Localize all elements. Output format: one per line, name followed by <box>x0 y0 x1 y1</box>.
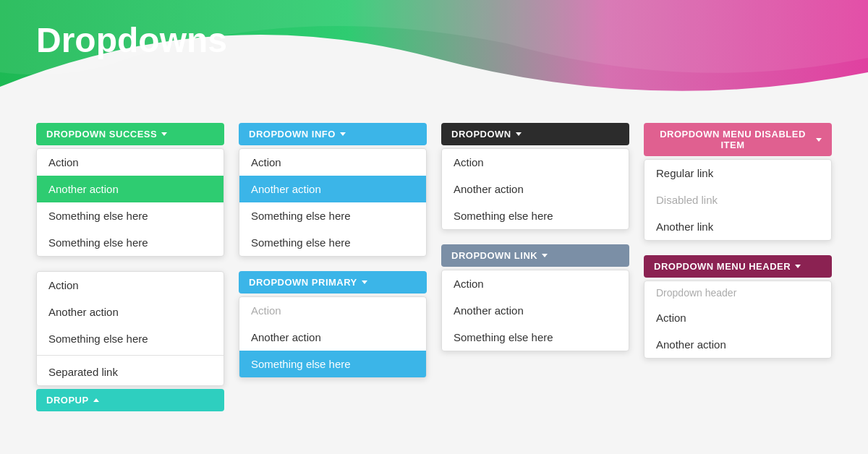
dropdown-header-menu: Dropdown headerActionAnother action <box>644 280 832 359</box>
dropdown-info-button[interactable]: DROPDOWN INFO <box>239 123 427 145</box>
dropdown-item-0[interactable]: Action <box>442 270 629 297</box>
dropdown-item-2[interactable]: Something else here <box>239 351 426 377</box>
dropdown-wrapper-dropdown-primary: DROPDOWN PRIMARYActionAnother actionSome… <box>239 271 427 378</box>
dropdown-wrapper-dropdown-dark: DROPDOWNActionAnother actionSomething el… <box>441 123 629 230</box>
dropdown-item-2[interactable]: Something else here <box>239 202 426 229</box>
dropup-button[interactable]: DROPUP <box>36 389 224 411</box>
column-col1: DROPDOWN SUCCESSActionAnother actionSome… <box>29 123 231 454</box>
page-title: Dropdowns <box>36 20 227 60</box>
column-col3: DROPDOWNActionAnother actionSomething el… <box>434 123 637 454</box>
dropdown-success-button[interactable]: DROPDOWN SUCCESS <box>36 123 224 145</box>
dropdown-link-button[interactable]: DROPDOWN LINK <box>441 244 629 267</box>
dropdown-item-0[interactable]: Action <box>442 149 629 176</box>
caret-down-icon <box>340 132 346 136</box>
caret-up-icon <box>93 398 99 402</box>
dropdown-item-0[interactable]: Regular link <box>644 160 831 187</box>
caret-down-icon <box>542 254 548 257</box>
dropdown-item-0[interactable]: Action <box>37 272 224 299</box>
dropdown-disabled-button[interactable]: DROPDOWN MENU DISABLED ITEM <box>644 123 832 156</box>
content-area: DROPDOWN SUCCESSActionAnother actionSome… <box>0 123 868 454</box>
dropdown-item-1: Disabled link <box>644 187 831 213</box>
dropdown-item-2[interactable]: Something else here <box>442 324 629 351</box>
dropdown-success-label: DROPDOWN SUCCESS <box>46 129 157 140</box>
dropdown-info-menu: ActionAnother actionSomething else hereS… <box>239 148 427 257</box>
caret-down-icon <box>816 138 822 142</box>
dropdown-wrapper-dropdown-info: DROPDOWN INFOActionAnother actionSomethi… <box>239 123 427 257</box>
dropdown-item-2[interactable]: Another link <box>644 213 831 240</box>
dropdown-dark-button[interactable]: DROPDOWN <box>441 123 629 145</box>
dropdown-info-label: DROPDOWN INFO <box>249 129 336 140</box>
dropdown-wrapper-dropdown-disabled: DROPDOWN MENU DISABLED ITEMRegular linkD… <box>644 123 832 241</box>
dropdown-dark-menu: ActionAnother actionSomething else here <box>441 148 629 230</box>
dropdown-item-3[interactable]: Something else here <box>37 229 224 256</box>
dropup-menu: ActionAnother actionSomething else hereS… <box>36 271 224 386</box>
dropdown-disabled-menu: Regular linkDisabled linkAnother link <box>644 159 832 241</box>
dropdown-primary-label: DROPDOWN PRIMARY <box>249 277 357 288</box>
dropdown-item-1[interactable]: Another action <box>239 324 426 351</box>
dropdown-wrapper-dropup: ActionAnother actionSomething else hereS… <box>36 271 224 411</box>
dropdown-item-1[interactable]: Another action <box>442 176 629 202</box>
dropdown-header-label: Dropdown header <box>644 281 831 304</box>
dropdown-link-label: DROPDOWN LINK <box>451 250 537 261</box>
dropdown-item-1[interactable]: Action <box>644 304 831 331</box>
dropdown-item-4[interactable]: Separated link <box>37 359 224 385</box>
dropdown-item-1[interactable]: Another action <box>442 297 629 324</box>
dropdown-link-menu: ActionAnother actionSomething else here <box>441 270 629 351</box>
dropup-label: DROPUP <box>46 395 89 406</box>
dropdown-primary-button[interactable]: DROPDOWN PRIMARY <box>239 271 427 294</box>
dropdown-item-1[interactable]: Another action <box>239 176 426 202</box>
dropdown-item-2[interactable]: Something else here <box>37 202 224 229</box>
dropdown-header-button[interactable]: DROPDOWN MENU HEADER <box>644 255 832 278</box>
dropdown-dark-label: DROPDOWN <box>451 129 511 140</box>
dropdown-item-0[interactable]: Action <box>239 149 426 176</box>
dropdown-item-2[interactable]: Another action <box>644 331 831 358</box>
dropdown-item-2[interactable]: Something else here <box>37 325 224 352</box>
dropdown-item-2[interactable]: Something else here <box>442 202 629 229</box>
dropdown-item-1[interactable]: Another action <box>37 176 224 202</box>
dropdown-primary-menu: ActionAnother actionSomething else here <box>239 296 427 378</box>
column-col2: DROPDOWN INFOActionAnother actionSomethi… <box>231 123 434 454</box>
column-col4: DROPDOWN MENU DISABLED ITEMRegular linkD… <box>637 123 839 454</box>
dropdown-wrapper-dropdown-link: DROPDOWN LINKActionAnother actionSomethi… <box>441 244 629 351</box>
dropdown-divider <box>37 355 224 356</box>
caret-down-icon <box>362 280 367 284</box>
dropdown-item-0[interactable]: Action <box>37 149 224 176</box>
caret-down-icon <box>161 132 167 136</box>
dropdown-wrapper-dropdown-success: DROPDOWN SUCCESSActionAnother actionSome… <box>36 123 224 257</box>
dropdown-item-1[interactable]: Another action <box>37 299 224 325</box>
dropdown-wrapper-dropdown-header: DROPDOWN MENU HEADERDropdown headerActio… <box>644 255 832 359</box>
caret-down-icon <box>516 132 522 136</box>
dropdown-item-3[interactable]: Something else here <box>239 229 426 256</box>
dropdown-success-menu: ActionAnother actionSomething else hereS… <box>36 148 224 257</box>
caret-down-icon <box>795 265 801 268</box>
dropdown-disabled-label: DROPDOWN MENU DISABLED ITEM <box>654 129 812 150</box>
dropdown-item-0: Action <box>239 297 426 324</box>
dropdown-header-label: DROPDOWN MENU HEADER <box>654 261 791 272</box>
